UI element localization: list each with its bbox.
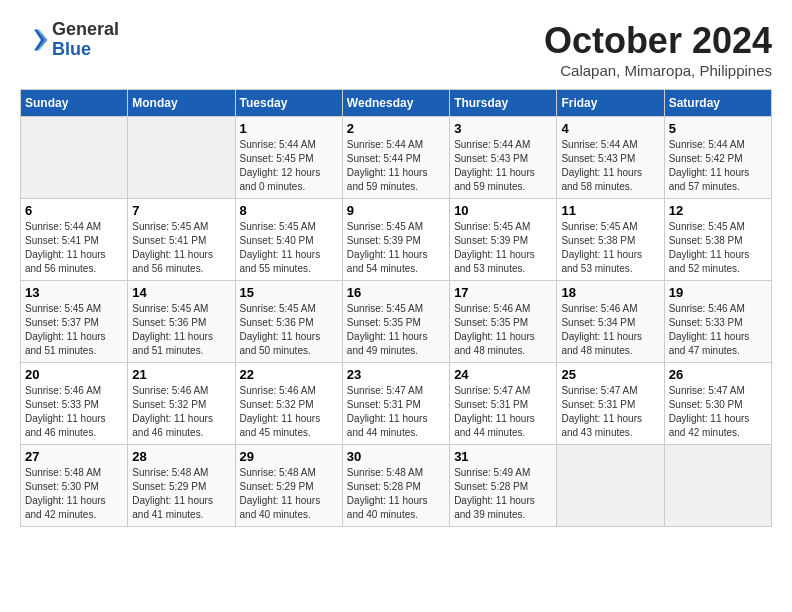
location-text: Calapan, Mimaropa, Philippines xyxy=(544,62,772,79)
calendar-cell: 7Sunrise: 5:45 AMSunset: 5:41 PMDaylight… xyxy=(128,199,235,281)
cell-content: Sunrise: 5:44 AMSunset: 5:41 PMDaylight:… xyxy=(25,220,123,276)
cell-content: Sunrise: 5:47 AMSunset: 5:31 PMDaylight:… xyxy=(347,384,445,440)
calendar-cell: 14Sunrise: 5:45 AMSunset: 5:36 PMDayligh… xyxy=(128,281,235,363)
day-number: 23 xyxy=(347,367,445,382)
header-day-saturday: Saturday xyxy=(664,90,771,117)
day-number: 3 xyxy=(454,121,552,136)
calendar-cell: 27Sunrise: 5:48 AMSunset: 5:30 PMDayligh… xyxy=(21,445,128,527)
cell-content: Sunrise: 5:45 AMSunset: 5:38 PMDaylight:… xyxy=(669,220,767,276)
cell-content: Sunrise: 5:48 AMSunset: 5:28 PMDaylight:… xyxy=(347,466,445,522)
calendar-cell: 12Sunrise: 5:45 AMSunset: 5:38 PMDayligh… xyxy=(664,199,771,281)
cell-content: Sunrise: 5:46 AMSunset: 5:33 PMDaylight:… xyxy=(25,384,123,440)
calendar-cell xyxy=(664,445,771,527)
month-title: October 2024 xyxy=(544,20,772,62)
day-number: 27 xyxy=(25,449,123,464)
calendar-cell: 21Sunrise: 5:46 AMSunset: 5:32 PMDayligh… xyxy=(128,363,235,445)
calendar-week-row: 13Sunrise: 5:45 AMSunset: 5:37 PMDayligh… xyxy=(21,281,772,363)
calendar-cell: 9Sunrise: 5:45 AMSunset: 5:39 PMDaylight… xyxy=(342,199,449,281)
cell-content: Sunrise: 5:49 AMSunset: 5:28 PMDaylight:… xyxy=(454,466,552,522)
calendar-cell: 29Sunrise: 5:48 AMSunset: 5:29 PMDayligh… xyxy=(235,445,342,527)
calendar-cell: 4Sunrise: 5:44 AMSunset: 5:43 PMDaylight… xyxy=(557,117,664,199)
day-number: 31 xyxy=(454,449,552,464)
calendar-cell: 31Sunrise: 5:49 AMSunset: 5:28 PMDayligh… xyxy=(450,445,557,527)
calendar-cell: 3Sunrise: 5:44 AMSunset: 5:43 PMDaylight… xyxy=(450,117,557,199)
header-day-monday: Monday xyxy=(128,90,235,117)
cell-content: Sunrise: 5:44 AMSunset: 5:45 PMDaylight:… xyxy=(240,138,338,194)
cell-content: Sunrise: 5:44 AMSunset: 5:43 PMDaylight:… xyxy=(561,138,659,194)
calendar-cell: 19Sunrise: 5:46 AMSunset: 5:33 PMDayligh… xyxy=(664,281,771,363)
day-number: 9 xyxy=(347,203,445,218)
cell-content: Sunrise: 5:45 AMSunset: 5:40 PMDaylight:… xyxy=(240,220,338,276)
header-day-wednesday: Wednesday xyxy=(342,90,449,117)
calendar-header-row: SundayMondayTuesdayWednesdayThursdayFrid… xyxy=(21,90,772,117)
calendar-cell xyxy=(21,117,128,199)
calendar-cell: 20Sunrise: 5:46 AMSunset: 5:33 PMDayligh… xyxy=(21,363,128,445)
calendar-cell: 11Sunrise: 5:45 AMSunset: 5:38 PMDayligh… xyxy=(557,199,664,281)
day-number: 25 xyxy=(561,367,659,382)
calendar-cell xyxy=(557,445,664,527)
calendar-cell: 15Sunrise: 5:45 AMSunset: 5:36 PMDayligh… xyxy=(235,281,342,363)
cell-content: Sunrise: 5:47 AMSunset: 5:31 PMDaylight:… xyxy=(561,384,659,440)
cell-content: Sunrise: 5:48 AMSunset: 5:29 PMDaylight:… xyxy=(240,466,338,522)
calendar-cell: 25Sunrise: 5:47 AMSunset: 5:31 PMDayligh… xyxy=(557,363,664,445)
day-number: 24 xyxy=(454,367,552,382)
calendar-cell: 1Sunrise: 5:44 AMSunset: 5:45 PMDaylight… xyxy=(235,117,342,199)
day-number: 16 xyxy=(347,285,445,300)
header-day-thursday: Thursday xyxy=(450,90,557,117)
calendar-cell: 18Sunrise: 5:46 AMSunset: 5:34 PMDayligh… xyxy=(557,281,664,363)
calendar-cell: 10Sunrise: 5:45 AMSunset: 5:39 PMDayligh… xyxy=(450,199,557,281)
cell-content: Sunrise: 5:46 AMSunset: 5:32 PMDaylight:… xyxy=(240,384,338,440)
calendar-cell: 16Sunrise: 5:45 AMSunset: 5:35 PMDayligh… xyxy=(342,281,449,363)
calendar-week-row: 27Sunrise: 5:48 AMSunset: 5:30 PMDayligh… xyxy=(21,445,772,527)
day-number: 28 xyxy=(132,449,230,464)
day-number: 8 xyxy=(240,203,338,218)
day-number: 14 xyxy=(132,285,230,300)
calendar-cell: 30Sunrise: 5:48 AMSunset: 5:28 PMDayligh… xyxy=(342,445,449,527)
page-header: General Blue October 2024 Calapan, Mimar… xyxy=(20,20,772,79)
calendar-cell: 28Sunrise: 5:48 AMSunset: 5:29 PMDayligh… xyxy=(128,445,235,527)
day-number: 10 xyxy=(454,203,552,218)
logo-general-text: General xyxy=(52,20,119,40)
header-day-sunday: Sunday xyxy=(21,90,128,117)
cell-content: Sunrise: 5:44 AMSunset: 5:43 PMDaylight:… xyxy=(454,138,552,194)
cell-content: Sunrise: 5:45 AMSunset: 5:39 PMDaylight:… xyxy=(454,220,552,276)
cell-content: Sunrise: 5:45 AMSunset: 5:36 PMDaylight:… xyxy=(132,302,230,358)
cell-content: Sunrise: 5:47 AMSunset: 5:31 PMDaylight:… xyxy=(454,384,552,440)
calendar-cell: 23Sunrise: 5:47 AMSunset: 5:31 PMDayligh… xyxy=(342,363,449,445)
day-number: 5 xyxy=(669,121,767,136)
day-number: 13 xyxy=(25,285,123,300)
day-number: 17 xyxy=(454,285,552,300)
cell-content: Sunrise: 5:46 AMSunset: 5:35 PMDaylight:… xyxy=(454,302,552,358)
cell-content: Sunrise: 5:45 AMSunset: 5:35 PMDaylight:… xyxy=(347,302,445,358)
cell-content: Sunrise: 5:44 AMSunset: 5:42 PMDaylight:… xyxy=(669,138,767,194)
calendar-cell xyxy=(128,117,235,199)
day-number: 7 xyxy=(132,203,230,218)
cell-content: Sunrise: 5:44 AMSunset: 5:44 PMDaylight:… xyxy=(347,138,445,194)
day-number: 18 xyxy=(561,285,659,300)
day-number: 1 xyxy=(240,121,338,136)
cell-content: Sunrise: 5:45 AMSunset: 5:39 PMDaylight:… xyxy=(347,220,445,276)
cell-content: Sunrise: 5:48 AMSunset: 5:29 PMDaylight:… xyxy=(132,466,230,522)
cell-content: Sunrise: 5:45 AMSunset: 5:38 PMDaylight:… xyxy=(561,220,659,276)
day-number: 20 xyxy=(25,367,123,382)
day-number: 15 xyxy=(240,285,338,300)
cell-content: Sunrise: 5:46 AMSunset: 5:34 PMDaylight:… xyxy=(561,302,659,358)
day-number: 22 xyxy=(240,367,338,382)
calendar-cell: 22Sunrise: 5:46 AMSunset: 5:32 PMDayligh… xyxy=(235,363,342,445)
calendar-table: SundayMondayTuesdayWednesdayThursdayFrid… xyxy=(20,89,772,527)
day-number: 21 xyxy=(132,367,230,382)
day-number: 12 xyxy=(669,203,767,218)
cell-content: Sunrise: 5:47 AMSunset: 5:30 PMDaylight:… xyxy=(669,384,767,440)
calendar-cell: 17Sunrise: 5:46 AMSunset: 5:35 PMDayligh… xyxy=(450,281,557,363)
title-block: October 2024 Calapan, Mimaropa, Philippi… xyxy=(544,20,772,79)
logo-icon xyxy=(20,26,48,54)
cell-content: Sunrise: 5:46 AMSunset: 5:32 PMDaylight:… xyxy=(132,384,230,440)
day-number: 2 xyxy=(347,121,445,136)
calendar-cell: 26Sunrise: 5:47 AMSunset: 5:30 PMDayligh… xyxy=(664,363,771,445)
calendar-cell: 24Sunrise: 5:47 AMSunset: 5:31 PMDayligh… xyxy=(450,363,557,445)
cell-content: Sunrise: 5:45 AMSunset: 5:37 PMDaylight:… xyxy=(25,302,123,358)
day-number: 26 xyxy=(669,367,767,382)
calendar-week-row: 6Sunrise: 5:44 AMSunset: 5:41 PMDaylight… xyxy=(21,199,772,281)
calendar-week-row: 20Sunrise: 5:46 AMSunset: 5:33 PMDayligh… xyxy=(21,363,772,445)
calendar-cell: 6Sunrise: 5:44 AMSunset: 5:41 PMDaylight… xyxy=(21,199,128,281)
